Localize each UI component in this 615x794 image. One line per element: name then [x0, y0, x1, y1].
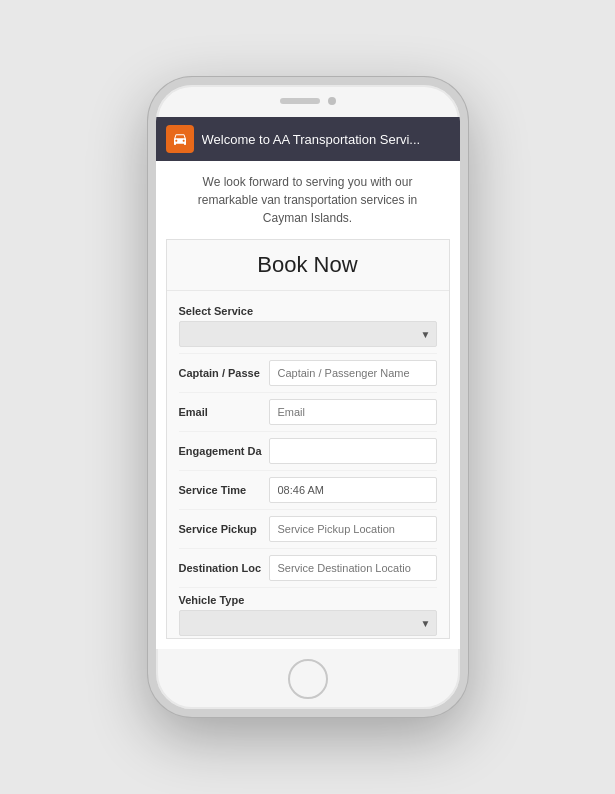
vehicle-type-wrapper: ▼ — [179, 610, 437, 636]
tagline-text: We look forward to serving you with our … — [156, 161, 460, 239]
destination-row: Destination Loc — [179, 549, 437, 588]
email-label: Email — [179, 406, 269, 418]
engagement-label: Engagement Da — [179, 445, 269, 457]
engagement-input[interactable] — [269, 438, 437, 464]
form-title: Book Now — [167, 240, 449, 291]
email-input[interactable] — [269, 399, 437, 425]
phone-home-button[interactable] — [288, 659, 328, 699]
destination-label: Destination Loc — [179, 562, 269, 574]
service-time-input[interactable] — [269, 477, 437, 503]
service-pickup-row: Service Pickup — [179, 510, 437, 549]
captain-label: Captain / Passe — [179, 367, 269, 379]
app-logo-icon — [166, 125, 194, 153]
select-service-input[interactable] — [179, 321, 437, 347]
select-service-row: Select Service ▼ — [179, 299, 437, 354]
app-header-title: Welcome to AA Transportation Servi... — [202, 132, 421, 147]
captain-input[interactable] — [269, 360, 437, 386]
service-pickup-input[interactable] — [269, 516, 437, 542]
phone-camera — [328, 97, 336, 105]
app-header: Welcome to AA Transportation Servi... — [156, 117, 460, 161]
engagement-row: Engagement Da — [179, 432, 437, 471]
form-body: Select Service ▼ Captain / Passe Email — [167, 291, 449, 639]
service-time-row: Service Time — [179, 471, 437, 510]
destination-input[interactable] — [269, 555, 437, 581]
vehicle-type-row: Vehicle Type ▼ — [179, 588, 437, 639]
select-service-label: Select Service — [179, 305, 269, 317]
service-pickup-label: Service Pickup — [179, 523, 269, 535]
phone-screen: Welcome to AA Transportation Servi... We… — [156, 117, 460, 649]
phone-vol-down-button — [148, 189, 150, 213]
captain-row: Captain / Passe — [179, 354, 437, 393]
select-service-wrapper: ▼ — [179, 321, 437, 347]
phone-speaker — [280, 98, 320, 104]
booking-form: Book Now Select Service ▼ Captain / Pass… — [166, 239, 450, 639]
phone-frame: Welcome to AA Transportation Servi... We… — [148, 77, 468, 717]
email-row: Email — [179, 393, 437, 432]
phone-power-button — [466, 165, 468, 197]
vehicle-type-label: Vehicle Type — [179, 594, 269, 606]
vehicle-type-input[interactable] — [179, 610, 437, 636]
phone-vol-up-button — [148, 155, 150, 179]
phone-top-bar — [156, 85, 460, 117]
service-time-label: Service Time — [179, 484, 269, 496]
